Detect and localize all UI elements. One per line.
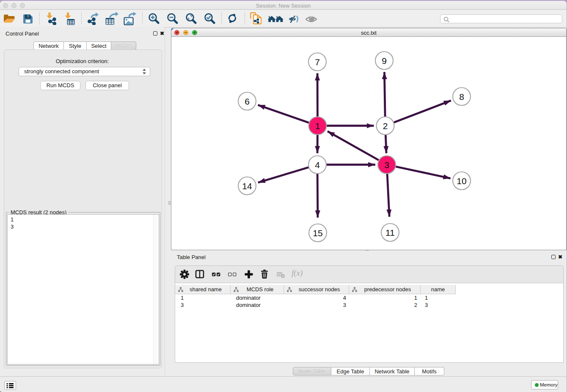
svg-text:1: 1 <box>315 121 320 131</box>
svg-text:7: 7 <box>315 57 320 67</box>
svg-text:14: 14 <box>242 181 252 191</box>
svg-text:4: 4 <box>315 160 320 170</box>
svg-text:8: 8 <box>459 92 464 102</box>
svg-text:11: 11 <box>385 228 395 237</box>
svg-text:6: 6 <box>245 97 250 106</box>
svg-text:10: 10 <box>457 176 466 186</box>
svg-text:2: 2 <box>383 121 388 131</box>
svg-text:3: 3 <box>384 160 389 170</box>
svg-text:9: 9 <box>382 56 387 66</box>
svg-text:15: 15 <box>313 228 322 238</box>
